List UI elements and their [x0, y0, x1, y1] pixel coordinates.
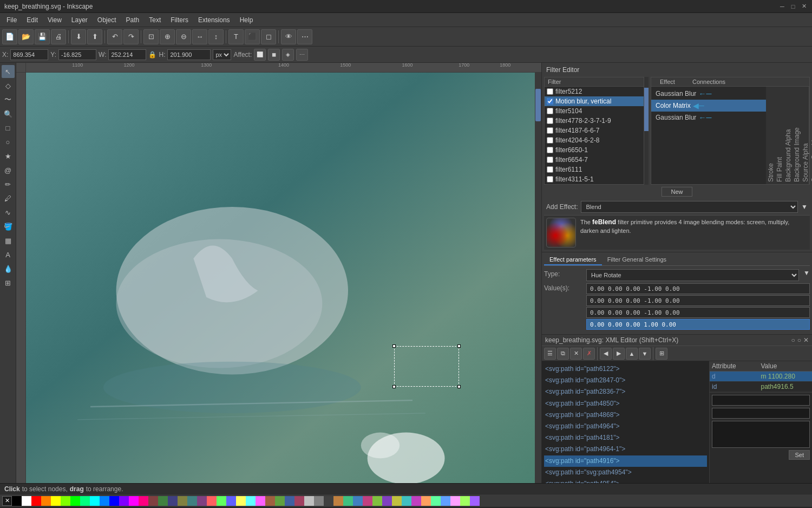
filter-checkbox[interactable] [547, 127, 553, 134]
palette-color-swatch[interactable] [217, 496, 226, 506]
menu-object[interactable]: Object [93, 15, 121, 25]
menu-text[interactable]: Text [145, 15, 165, 25]
value-row[interactable]: 0.00 0.00 0.00 -1.00 0.00 [586, 295, 810, 306]
palette-color-swatch[interactable] [148, 496, 158, 506]
palette-color-swatch[interactable] [285, 496, 294, 506]
filter-item[interactable]: filter6111 [545, 165, 644, 174]
effect-tab[interactable]: Effect [651, 77, 684, 86]
palette-color-swatch[interactable] [363, 496, 372, 506]
palette-color-swatch[interactable] [246, 496, 256, 506]
filter-item[interactable]: filter5104 [545, 106, 644, 116]
palette-color-swatch[interactable] [119, 496, 129, 506]
filter-item[interactable]: filter6650-1 [545, 145, 644, 155]
gradient-tool[interactable]: ▦ [2, 234, 15, 247]
menu-edit[interactable]: Edit [22, 15, 42, 25]
xml-value-input[interactable] [712, 408, 810, 419]
filter-item[interactable]: filter4778-2-3-7-1-9 [545, 116, 644, 126]
palette-color-swatch[interactable] [70, 496, 80, 506]
params-tab-effects[interactable]: Effect parameters [544, 255, 602, 265]
open-btn[interactable]: 📂 [18, 29, 34, 44]
dropper-tool[interactable]: 💧 [2, 262, 15, 275]
close-btn[interactable]: ✕ [800, 3, 808, 10]
palette-color-swatch[interactable] [294, 496, 304, 506]
new-doc-btn[interactable]: 📄 [2, 29, 17, 44]
flip-h-btn[interactable]: ↔ [192, 29, 207, 44]
palette-color-swatch[interactable] [207, 496, 217, 506]
export-btn[interactable]: ⬆ [87, 29, 102, 44]
xml-select-btn[interactable]: ⊞ [656, 348, 667, 360]
xml-node[interactable]: <svg:path id="path4964"> [544, 421, 707, 432]
xml-prev-btn[interactable]: ◀ [600, 348, 612, 360]
xml-text-area[interactable] [712, 421, 810, 448]
handle-tr[interactable] [457, 344, 461, 348]
new-filter-btn[interactable]: New [662, 187, 692, 197]
pencil-tool[interactable]: ✏ [2, 178, 15, 191]
palette-color-swatch[interactable] [353, 496, 363, 506]
paint-tool[interactable]: 🪣 [2, 220, 15, 233]
filter-checkbox[interactable] [547, 157, 553, 163]
zoom-fit-btn[interactable]: ⊡ [143, 29, 159, 44]
x-input[interactable] [10, 49, 48, 60]
palette-color-swatch[interactable] [100, 496, 109, 506]
xml-next-btn[interactable]: ▶ [613, 348, 625, 360]
xml-set-btn[interactable]: Set [789, 450, 810, 460]
filter-item[interactable]: filter4187-6-6-7 [545, 126, 644, 135]
menu-layer[interactable]: Layer [67, 15, 92, 25]
zoom-out-btn[interactable]: ⊖ [176, 29, 191, 44]
xml-up-btn[interactable]: ▲ [626, 348, 638, 360]
palette-color-swatch[interactable] [431, 496, 441, 506]
align-l-btn[interactable]: ⬛ [245, 29, 260, 44]
effect-item[interactable]: Gaussian Blur←─ [651, 112, 766, 123]
menu-filters[interactable]: Filters [166, 15, 193, 25]
v-scrollbar[interactable] [535, 73, 541, 483]
filter-checkbox[interactable] [547, 166, 553, 173]
more-btn[interactable]: ⋯ [297, 29, 312, 44]
xml-node[interactable]: <svg:path id="path4181"> [544, 432, 707, 444]
filter-item[interactable]: filter4311-5-1 [545, 174, 644, 184]
node-tool[interactable]: ◇ [2, 79, 15, 92]
filter-checkbox[interactable] [547, 118, 553, 124]
palette-color-swatch[interactable] [402, 496, 411, 506]
xml-del-node-btn[interactable]: ✗ [583, 348, 595, 360]
palette-color-swatch[interactable] [31, 496, 41, 506]
attr-row[interactable]: idpath4916.5 [710, 382, 812, 392]
palette-color-swatch[interactable] [168, 496, 178, 506]
filter-scrollbar[interactable] [644, 77, 649, 185]
undo-btn[interactable]: ↶ [107, 29, 122, 44]
filter-checkbox[interactable] [547, 176, 553, 183]
palette-color-swatch[interactable] [304, 496, 314, 506]
xml-ctrl-1[interactable]: ○ [791, 336, 795, 344]
palette-color-swatch[interactable] [460, 496, 470, 506]
xml-new-elem-btn[interactable]: ☰ [544, 348, 556, 360]
attr-row[interactable]: dm 1100.280 [710, 372, 812, 382]
palette-color-swatch[interactable] [226, 496, 236, 506]
affect-btn4[interactable]: ⋯ [296, 49, 308, 61]
palette-color-swatch[interactable] [265, 496, 275, 506]
xml-node[interactable]: <svg:path id="path4868"> [544, 409, 707, 421]
xml-dup-btn[interactable]: ⧉ [557, 348, 569, 360]
minimize-btn[interactable]: ─ [778, 3, 786, 10]
xml-node[interactable]: <svg:path id="path4916"> [544, 455, 707, 467]
palette-color-swatch[interactable] [275, 496, 285, 506]
palette-color-swatch[interactable] [256, 496, 265, 506]
value-row[interactable]: 0.00 0.00 0.00 -1.00 0.00 [586, 283, 810, 294]
filter-checkbox[interactable] [547, 98, 553, 105]
star-tool[interactable]: ★ [2, 149, 15, 162]
palette-color-swatch[interactable] [178, 496, 187, 506]
effect-item[interactable]: Gaussian Blur←─ [651, 88, 766, 100]
xml-down-btn[interactable]: ▼ [639, 348, 651, 360]
connections-tab[interactable]: Connections [684, 77, 734, 86]
palette-color-swatch[interactable] [450, 496, 460, 506]
palette-color-swatch[interactable] [51, 496, 61, 506]
no-color-btn[interactable]: ✕ [2, 496, 12, 506]
palette-color-swatch[interactable] [158, 496, 168, 506]
filter-scroll-thumb[interactable] [644, 88, 649, 131]
connector-tool[interactable]: ⊞ [2, 276, 15, 289]
xml-ctrl-2[interactable]: ○ [797, 336, 801, 344]
palette-color-swatch[interactable] [109, 496, 119, 506]
spiral-tool[interactable]: @ [2, 164, 15, 177]
palette-color-swatch[interactable] [80, 496, 90, 506]
filter-checkbox[interactable] [547, 137, 553, 144]
w-input[interactable] [108, 49, 146, 60]
palette-color-swatch[interactable] [90, 496, 100, 506]
